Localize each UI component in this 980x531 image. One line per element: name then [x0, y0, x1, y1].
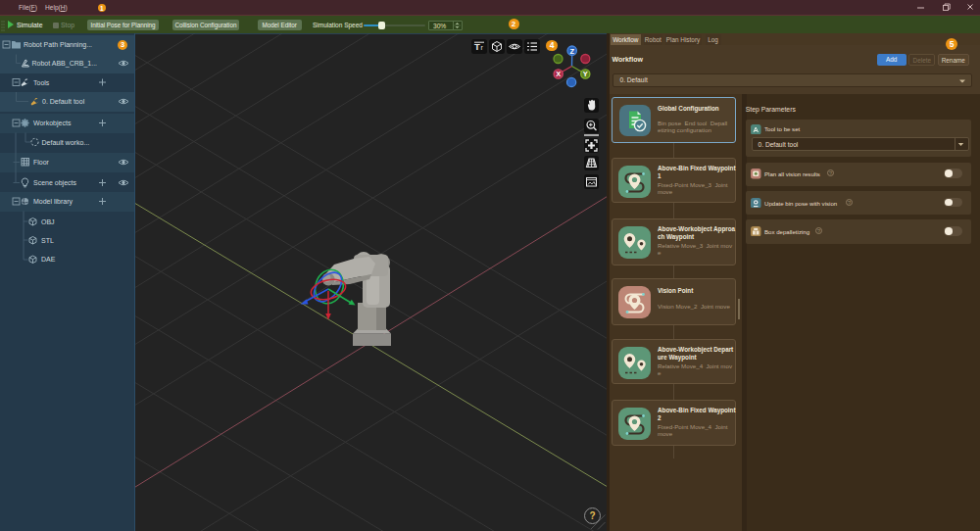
svg-text:r: r — [481, 44, 484, 51]
svg-text:Z: Z — [569, 47, 574, 56]
svg-text:Y: Y — [583, 70, 588, 78]
svg-text:X: X — [556, 70, 561, 78]
